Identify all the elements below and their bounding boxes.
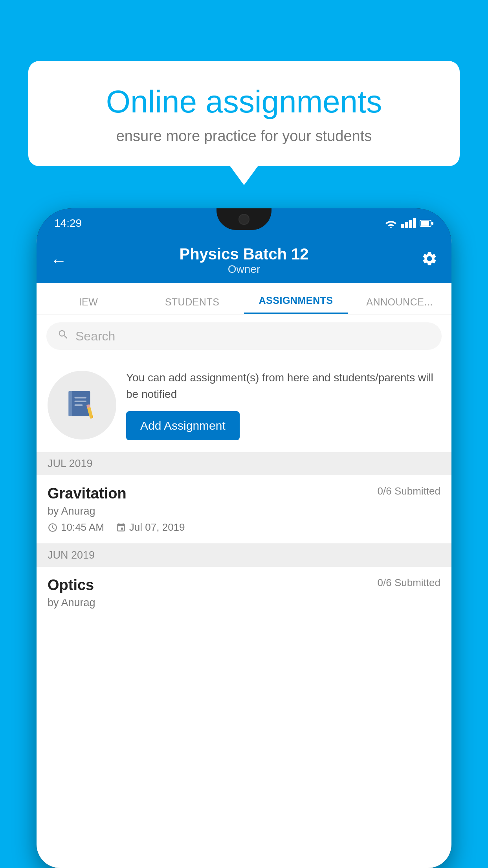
search-bar[interactable]: Search (46, 322, 442, 350)
status-icons (385, 218, 434, 228)
front-camera (238, 214, 250, 225)
batch-title: Physics Batch 12 (67, 245, 421, 263)
assignment-title-optics: Optics (48, 577, 94, 594)
promo-icon-circle (48, 371, 116, 440)
phone-mockup: 14:29 ← Physic (37, 208, 451, 868)
assignment-author-optics: by Anurag (48, 597, 440, 609)
wifi-icon (385, 219, 397, 228)
assignment-author: by Anurag (48, 505, 440, 517)
battery-icon (420, 219, 434, 228)
assignment-submitted: 0/6 Submitted (378, 485, 440, 497)
assignment-time: 10:45 AM (48, 521, 104, 533)
svg-rect-5 (75, 397, 86, 398)
header-center: Physics Batch 12 Owner (67, 245, 421, 276)
search-icon (57, 329, 69, 344)
tabs-bar: IEW STUDENTS ASSIGNMENTS ANNOUNCE... (37, 283, 451, 314)
tab-announcements[interactable]: ANNOUNCE... (348, 296, 451, 314)
promo-content: You can add assignment(s) from here and … (126, 370, 440, 440)
assignment-submitted-optics: 0/6 Submitted (378, 577, 440, 589)
add-assignment-button[interactable]: Add Assignment (126, 411, 240, 440)
batch-subtitle: Owner (67, 263, 421, 276)
svg-rect-1 (421, 221, 429, 226)
search-container: Search (37, 314, 451, 358)
bubble-subtitle: ensure more practice for your students (56, 128, 432, 145)
signal-icon (401, 218, 416, 228)
speech-bubble: Online assignments ensure more practice … (28, 61, 460, 166)
phone-notch (216, 208, 272, 230)
assignment-item-gravitation[interactable]: Gravitation 0/6 Submitted by Anurag 10:4… (37, 475, 451, 544)
assignment-header: Gravitation 0/6 Submitted (48, 485, 440, 502)
svg-rect-3 (71, 391, 90, 416)
assignment-title: Gravitation (48, 485, 127, 502)
assignment-meta: 10:45 AM Jul 07, 2019 (48, 521, 440, 533)
svg-rect-4 (68, 391, 72, 416)
settings-button[interactable] (421, 250, 438, 270)
svg-rect-6 (75, 401, 86, 402)
app-header: ← Physics Batch 12 Owner (37, 238, 451, 283)
svg-rect-7 (75, 404, 83, 406)
speech-bubble-container: Online assignments ensure more practice … (28, 61, 460, 166)
assignment-item-optics[interactable]: Optics 0/6 Submitted by Anurag (37, 567, 451, 623)
tab-students[interactable]: STUDENTS (140, 296, 244, 314)
clock-icon (48, 522, 58, 533)
time-value: 10:45 AM (61, 521, 104, 533)
section-jun-2019: JUN 2019 (37, 544, 451, 567)
back-button[interactable]: ← (50, 251, 67, 270)
bubble-title: Online assignments (56, 85, 432, 119)
search-placeholder: Search (75, 329, 115, 344)
promo-text: You can add assignment(s) from here and … (126, 370, 440, 403)
promo-area: You can add assignment(s) from here and … (37, 358, 451, 452)
date-value: Jul 07, 2019 (129, 521, 185, 533)
section-jul-2019: JUL 2019 (37, 452, 451, 475)
tab-assignments[interactable]: ASSIGNMENTS (244, 295, 348, 314)
status-bar: 14:29 (37, 208, 451, 238)
notebook-icon (63, 386, 101, 424)
assignment-header-optics: Optics 0/6 Submitted (48, 577, 440, 594)
svg-rect-2 (431, 222, 433, 225)
status-time: 14:29 (54, 217, 82, 230)
app-screen: ← Physics Batch 12 Owner IEW STUDENTS AS… (37, 238, 451, 868)
calendar-icon (116, 522, 126, 533)
tab-iew[interactable]: IEW (37, 296, 140, 314)
assignment-date: Jul 07, 2019 (116, 521, 185, 533)
